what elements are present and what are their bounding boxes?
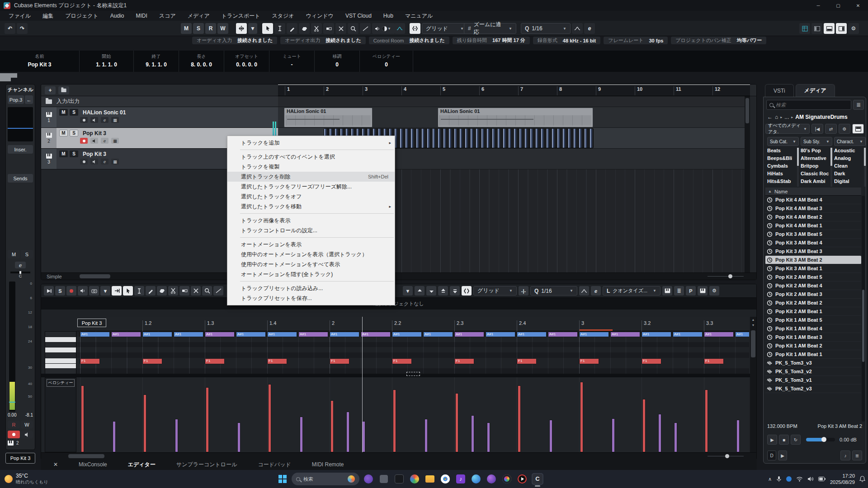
velocity-bar[interactable] [705, 389, 708, 452]
track-monitor-button[interactable] [90, 138, 98, 144]
midi-note-kick[interactable]: F1 [142, 358, 162, 364]
track-row-HALion Sonic 01[interactable]: 1MSHALion Sonic 01e▦ [41, 107, 278, 128]
tab-コードパッド[interactable]: コードパッド [258, 461, 291, 469]
sends-button[interactable]: Sends [8, 174, 33, 183]
record-enable-button[interactable] [8, 431, 20, 438]
taskbar-search[interactable]: 検索 [292, 473, 359, 485]
draw-tool-button[interactable] [287, 23, 297, 34]
menu-item-トラックを追加[interactable]: トラックを追加▸ [227, 138, 395, 148]
menubar-item-Hub[interactable]: Hub [377, 13, 399, 19]
filter-item-Hits&Stab[interactable]: Hits&Stab [767, 178, 799, 186]
menubar-item-ファイル[interactable]: ファイル [3, 12, 37, 20]
filter-item-Acoustic[interactable]: Acoustic [834, 148, 866, 155]
infoline-終了[interactable]: 終了9. 1. 1. 0 [134, 51, 179, 72]
back-icon[interactable]: ← [767, 114, 773, 120]
track-record-button[interactable] [80, 138, 88, 144]
preview-stop-button[interactable]: ■ [779, 435, 789, 445]
filter-header-Charact.[interactable]: Charact.▼ [834, 137, 866, 146]
taskbar-weather-widget[interactable]: 35°C 晴れのちくもり [0, 473, 90, 485]
channel-track-name[interactable]: Pop Kit 3 [5, 453, 35, 464]
filter-header-Sub Cat.[interactable]: Sub Cat.▼ [767, 137, 799, 146]
zoom-preset-label[interactable]: Simple [47, 274, 62, 279]
read-automation-button[interactable]: R [8, 421, 20, 428]
menu-item-トラックコントロールの設定...[interactable]: トラックコントロールの設定... [227, 225, 395, 235]
infoline-開始[interactable]: 開始1. 1. 1. 0 [80, 51, 134, 72]
midi-note-hihat[interactable]: A#1 [610, 332, 640, 337]
taskbar-app-widget-bird[interactable] [363, 473, 374, 485]
filter-item-Britpop[interactable]: Britpop [801, 163, 832, 171]
clip-name-tag[interactable]: Pop Kit 3 [77, 319, 106, 327]
menubar-item-VST Cloud[interactable]: VST Cloud [340, 13, 377, 19]
grid-link-button[interactable]: -|- [519, 286, 528, 296]
breadcrumb-current[interactable]: AM SignatureDrums [795, 114, 847, 120]
snap-to-zero-button[interactable] [394, 23, 405, 34]
taskbar-app-cubase[interactable]: C [532, 473, 543, 485]
midi-note-hihat[interactable]: A#1 [298, 332, 328, 337]
velocity-bar[interactable] [425, 419, 428, 452]
velocity-bar[interactable] [487, 422, 490, 452]
preview-volume-slider[interactable] [806, 438, 835, 441]
file-row-Pop Kit 1 AM Beat 3[interactable]: Pop Kit 1 AM Beat 3 [765, 333, 861, 342]
infoline-移調[interactable]: 移調0 [315, 51, 360, 72]
menubar-item-MIDI[interactable]: MIDI [130, 13, 153, 19]
grid-type-select[interactable]: # ズームに適応 ▼ [464, 23, 516, 34]
editor-glue-button[interactable] [179, 286, 189, 296]
midi-note-hihat[interactable]: A#1 [704, 332, 734, 337]
peak-level[interactable]: -8.1 [25, 413, 33, 418]
menu-item-選択したトラックをオフ[interactable]: 選択したトラックをオフ [227, 192, 395, 202]
close-lower-zone-button[interactable]: ✕ [53, 461, 58, 468]
track-monitor-button[interactable] [90, 159, 98, 164]
media-search-field[interactable] [766, 100, 851, 110]
solo-button[interactable]: S [21, 250, 33, 258]
menu-item-トラック上のすべてのイベントを選択[interactable]: トラック上のすべてのイベントを選択 [227, 152, 395, 162]
piano-key-black[interactable] [45, 353, 76, 358]
midi-note-hihat[interactable]: A#1 [142, 332, 172, 337]
file-row-Pop Kit 2 AM Beat 1[interactable]: Pop Kit 2 AM Beat 1 [765, 307, 861, 316]
play-in-project-button[interactable]: ▶ [778, 450, 787, 460]
menu-item-使用中のオートメーションを表示（選択トラック）[interactable]: 使用中のオートメーションを表示（選択トラック） [227, 249, 395, 259]
editor-mute-button[interactable] [191, 286, 201, 296]
file-row-Pop Kit 2 AM Beat 4[interactable]: Pop Kit 2 AM Beat 4 [765, 282, 861, 290]
track-edit-button[interactable]: e [101, 159, 108, 164]
taskbar-app-edge[interactable] [470, 473, 482, 485]
filter-item-80's Pop[interactable]: 80's Pop [801, 148, 832, 155]
midi-note-hihat[interactable]: A#1 [174, 332, 203, 337]
length-quantize-select[interactable]: Lクオンタイズ...▼ [603, 286, 660, 296]
midi-note-kick[interactable]: F1 [642, 358, 661, 364]
midi-note-hihat[interactable]: A#1 [423, 332, 453, 337]
velocity-bar[interactable] [549, 420, 552, 452]
glue-tool-button[interactable] [323, 23, 334, 34]
minimize-button[interactable]: ─ [808, 0, 828, 11]
zoom-tool-button[interactable] [348, 23, 359, 34]
filter-item-Dark[interactable]: Dark [834, 171, 866, 178]
move-up-button[interactable] [415, 286, 425, 296]
file-row-Pop Kit 1 AM Beat 4[interactable]: Pop Kit 1 AM Beat 4 [765, 324, 861, 333]
channel-selector[interactable]: Pop.3 [8, 95, 24, 104]
editor-range-select-button[interactable] [134, 286, 144, 296]
velocity-bar[interactable] [330, 400, 334, 452]
menu-item-トラックプリセットの読み込み...[interactable]: トラックプリセットの読み込み... [227, 283, 395, 293]
file-row-Pop Kit 2 AM Beat 2[interactable]: Pop Kit 2 AM Beat 2 [765, 299, 861, 307]
file-row-Pop Kit 3 AM Beat 1[interactable]: Pop Kit 3 AM Beat 1 [765, 264, 861, 273]
volume-icon[interactable] [807, 476, 814, 482]
split-tool-button[interactable] [311, 23, 322, 34]
mute-button[interactable]: M [8, 250, 20, 258]
project-vertical-scrollbar[interactable] [745, 96, 750, 272]
menu-item-選択したトラックを移動[interactable]: 選択したトラックを移動▸ [227, 202, 395, 211]
range-select-tool-button[interactable] [274, 23, 285, 34]
menubar-item-Audio[interactable]: Audio [104, 13, 130, 19]
midi-note-hihat[interactable]: A#1 [735, 332, 749, 337]
monitor-button[interactable] [21, 431, 33, 438]
midi-note-hihat[interactable]: A#1 [579, 332, 609, 337]
file-row-Pop Kit 4 AM Beat 2[interactable]: Pop Kit 4 AM Beat 2 [765, 213, 861, 221]
editor-S-button[interactable]: S [55, 286, 65, 296]
file-row-Pop Kit 1 AM Beat 1[interactable]: Pop Kit 1 AM Beat 1 [765, 350, 861, 359]
midi-note-kick[interactable]: F1 [330, 358, 349, 364]
note-grid[interactable]: A#1A#1A#1A#1A#1A#1A#1A#1A#1A#1A#1A#1A#1A… [76, 331, 749, 374]
file-row-PK_5_Tom3_v3[interactable]: PK_5_Tom3_v3 [765, 359, 861, 367]
battery-icon[interactable] [818, 477, 826, 481]
results-scrollbar[interactable] [862, 196, 865, 422]
editor-autoscroll-button[interactable] [112, 286, 122, 296]
pane-layout-icon[interactable]: ≣ [852, 450, 862, 460]
close-button[interactable]: ✕ [848, 0, 868, 11]
